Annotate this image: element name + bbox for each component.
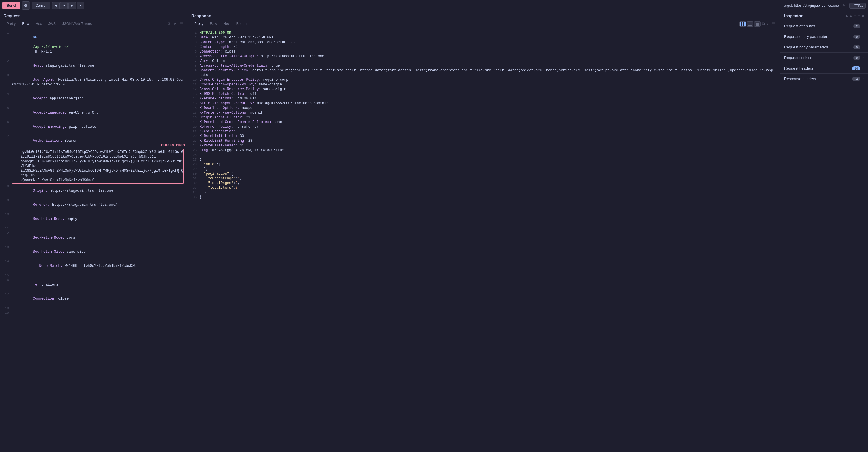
request-menu-icon[interactable]: ☰: [179, 21, 184, 27]
response-line-8: 8 Access-Control-Allow-Credentials: true: [191, 63, 776, 68]
request-path: [33, 40, 35, 44]
request-line-19: 19: [3, 310, 184, 315]
request-line-9: 9 Referer: https://stagadmin.truffles.on…: [3, 198, 184, 212]
response-line-14: 14 X-Frame-Options: SAMEORIGIN: [191, 96, 776, 101]
tab-request-pretty[interactable]: Pretty: [3, 20, 19, 28]
inspector-badge: 2: [853, 24, 860, 28]
tab-request-raw[interactable]: Raw: [19, 20, 32, 28]
request-line-15: 15: [3, 273, 184, 278]
response-wrap-icon[interactable]: ↩: [766, 21, 770, 27]
inspector-badge: 0: [853, 45, 860, 49]
settings-button[interactable]: ⚙: [22, 1, 30, 10]
inspector-badge: 0: [853, 35, 860, 39]
nav-back-dropdown[interactable]: ▾: [60, 2, 68, 9]
view-icon-wide[interactable]: [754, 22, 761, 27]
request-line-17: 17 Connection: close: [3, 292, 184, 306]
tab-request-jws[interactable]: JWS: [45, 20, 59, 28]
token-line-3: iaXNSZWZyZXNoVG9rZW4iOnRydWUsImlhdCI6MTY…: [12, 169, 183, 178]
response-tabs: Pretty Raw Hex Render ⧉ ↩ ☰: [188, 20, 780, 28]
view-icon-table[interactable]: [740, 22, 746, 27]
response-line-5: 5 Connection: close: [191, 49, 776, 54]
tab-request-jwt[interactable]: JSON Web Tokens: [59, 20, 95, 28]
response-line-2: 2 Date: Wed, 26 Apr 2023 15:07:58 GMT: [191, 35, 776, 40]
tab-request-hex[interactable]: Hex: [33, 20, 44, 28]
response-line-26: 26: [191, 153, 776, 157]
inspector-icon-3[interactable]: ≡: [854, 14, 856, 18]
request-header: Request: [0, 11, 187, 20]
response-copy-icon[interactable]: ⧉: [761, 21, 766, 27]
response-line-20: 20 Referrer-Policy: no-referrer: [191, 124, 776, 129]
inspector-panel: Inspector ⊟ ⊞ ≡ ↔ ⚙ Request attributes 2…: [780, 11, 868, 452]
inspector-item-label: Request attributes: [784, 24, 853, 28]
send-button[interactable]: Send: [2, 2, 20, 9]
token-line-2: pbC5jb20iLCJyb2xlIjoib25ib2FyZGluZyIswid…: [12, 159, 183, 169]
response-line-17: 17 X-Content-Type-Options: nosniff: [191, 110, 776, 115]
inspector-icon-2[interactable]: ⊞: [850, 14, 852, 18]
inspector-icon-5[interactable]: ⚙: [862, 14, 864, 18]
response-line-21: 21 X-XSS-Protection: 0: [191, 129, 776, 134]
tab-response-hex[interactable]: Hex: [220, 20, 232, 28]
token-line-4: vQonccNsJcYox10pL4TLzNyKelNvnJS6na0: [12, 178, 183, 183]
token-box: refreshToken eyJhbGci0iJIUzI1NiIsInR5cCI…: [12, 149, 184, 184]
svg-rect-7: [755, 23, 759, 26]
response-line-1: 1 HTTP/1.1 200 OK: [191, 31, 776, 35]
inspector-item-request-query[interactable]: Request query parameters 0 ›: [780, 31, 868, 42]
edit-icon[interactable]: ✎: [843, 3, 845, 8]
svg-rect-2: [741, 24, 742, 26]
inspector-item-request-attributes[interactable]: Request attributes 2 ›: [780, 21, 868, 31]
response-code-area[interactable]: 1 HTTP/1.1 200 OK 2 Date: Wed, 26 Apr 20…: [188, 28, 780, 452]
request-line-7a: 7 Authorization: Bearer: [3, 134, 184, 148]
inspector-item-request-headers[interactable]: Request headers 14 ›: [780, 63, 868, 74]
request-copy-icon[interactable]: ⧉: [167, 21, 171, 27]
inspector-item-response-headers[interactable]: Response headers 24 ›: [780, 74, 868, 84]
inspector-icon-4[interactable]: ↔: [858, 14, 860, 18]
inspector-badge: 0: [853, 56, 860, 60]
view-icon-list[interactable]: [747, 22, 753, 27]
nav-forward-button[interactable]: ▶: [68, 2, 76, 9]
nav-forward-dropdown[interactable]: ▾: [76, 2, 84, 9]
inspector-item-label: Request headers: [784, 66, 852, 70]
response-title: Response: [191, 13, 776, 20]
response-view-icons: [740, 22, 761, 27]
response-menu-icon[interactable]: ☰: [771, 21, 776, 27]
token-line-1: eyJhbGci0iJIUzI1NiIsInR5cCI6IkpXVCJ9.eyJ…: [12, 150, 183, 159]
response-line-35: 35 }: [191, 195, 776, 200]
response-line-11: 11 Cross-Origin-Opener-Policy: same-orig…: [191, 82, 776, 87]
response-line-18: 18 Origin-Agent-Cluster: ?1: [191, 115, 776, 120]
svg-rect-1: [743, 22, 744, 24]
inspector-item-label: Request query parameters: [784, 34, 853, 39]
response-line-3: 3 Content-Type: application/json; charse…: [191, 40, 776, 44]
inspector-icon-1[interactable]: ⊟: [846, 14, 848, 18]
chevron-right-icon: ›: [862, 24, 864, 28]
chevron-right-icon: ›: [862, 67, 864, 70]
response-line-7: 7 Vary: Origin: [191, 59, 776, 63]
svg-rect-6: [748, 25, 752, 26]
tab-response-pretty[interactable]: Pretty: [191, 20, 206, 28]
svg-rect-4: [748, 23, 752, 23]
response-header: Response: [188, 11, 780, 20]
request-method: GET: [33, 35, 39, 40]
request-line-14: 14 If-None-Match: W/"460-ertwhGcYzTbJYeh…: [3, 259, 184, 273]
toolbar: Send ⚙ Cancel ◀ ▾ ▶ ▾ Target: https://st…: [0, 0, 868, 11]
response-line-19: 19 X-Permitted-Cross-Domain-Policies: no…: [191, 120, 776, 124]
inspector-item-request-body[interactable]: Request body parameters 0 ›: [780, 42, 868, 53]
request-line-4: 4 Accept: application/json: [3, 92, 184, 106]
chevron-right-icon: ›: [862, 56, 864, 59]
refresh-token-label: refreshToken: [161, 143, 185, 147]
tab-response-render[interactable]: Render: [233, 20, 251, 28]
target-label: Target: https://stagingapi.truffles.one: [782, 3, 839, 8]
http-version-button[interactable]: HTTP/1: [849, 3, 866, 8]
cancel-button[interactable]: Cancel: [32, 2, 50, 9]
request-wrap-icon[interactable]: ↩: [173, 21, 177, 27]
inspector-header: Inspector ⊟ ⊞ ≡ ↔ ⚙: [780, 11, 868, 21]
inspector-item-request-cookies[interactable]: Request cookies 0 ›: [780, 53, 868, 63]
request-proto: HTTP/1.1: [33, 50, 52, 54]
nav-back-button[interactable]: ◀: [52, 2, 60, 9]
response-line-13: 13 X-DNS-Prefetch-Control: off: [191, 92, 776, 96]
request-code-area[interactable]: 1 GET /api/v1/invoices/ HTTP/1.1 2 Host:…: [0, 28, 187, 452]
response-line-24: 24 X-RateLimit-Reset: 41: [191, 143, 776, 148]
request-line-10: 10 Sec-Fetch-Dest: empty: [3, 212, 184, 226]
response-line-4: 4 Content-Length: 72: [191, 44, 776, 49]
response-line-30: 30 "pagination":{: [191, 172, 776, 176]
tab-response-raw[interactable]: Raw: [207, 20, 220, 28]
